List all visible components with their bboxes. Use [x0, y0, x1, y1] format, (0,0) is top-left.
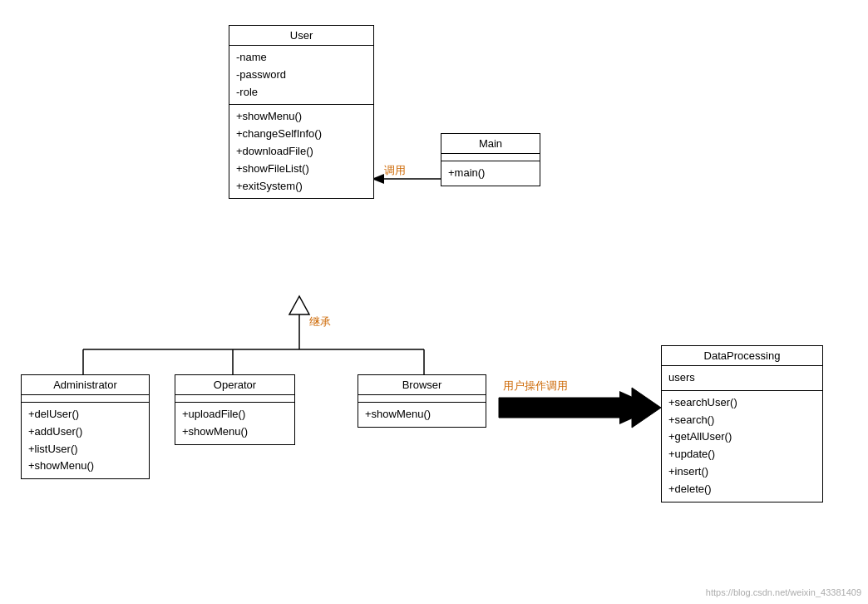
class-administrator-attributes: [22, 395, 149, 403]
class-administrator: Administrator +delUser() +addUser() +lis…: [21, 374, 150, 479]
class-main-methods: +main(): [441, 161, 540, 186]
svg-marker-5: [289, 296, 309, 314]
class-browser: Browser +showMenu(): [358, 374, 486, 428]
class-dataprocessing-title: DataProcessing: [662, 346, 822, 366]
class-browser-methods: +showMenu(): [358, 403, 486, 427]
label-user-op-invoke: 用户操作调用: [503, 379, 568, 394]
class-user: User -name -password -role +showMenu() +…: [229, 25, 374, 199]
class-browser-attributes: [358, 395, 486, 403]
class-dataprocessing-methods: +searchUser() +search() +getAllUser() +u…: [662, 391, 822, 502]
class-operator: Operator +uploadFile() +showMenu(): [175, 374, 295, 445]
class-dataprocessing-attributes: users: [662, 366, 822, 391]
class-user-methods: +showMenu() +changeSelfInfo() +downloadF…: [229, 105, 373, 198]
class-user-title: User: [229, 26, 373, 46]
invoke-arrow-svg: [0, 0, 868, 604]
svg-marker-11: [499, 388, 661, 428]
class-user-attributes: -name -password -role: [229, 46, 373, 105]
label-inherit: 继承: [309, 314, 331, 329]
class-operator-methods: +uploadFile() +showMenu(): [175, 403, 294, 444]
label-invoke: 调用: [384, 163, 406, 178]
class-operator-title: Operator: [175, 375, 294, 395]
class-administrator-title: Administrator: [22, 375, 149, 395]
watermark: https://blog.csdn.net/weixin_43381409: [706, 587, 861, 597]
diagram-container: User -name -password -role +showMenu() +…: [0, 0, 868, 604]
class-main: Main +main(): [441, 133, 540, 186]
class-operator-attributes: [175, 395, 294, 403]
class-administrator-methods: +delUser() +addUser() +listUser() +showM…: [22, 403, 149, 478]
class-browser-title: Browser: [358, 375, 486, 395]
connections-svg: [0, 0, 868, 604]
class-main-attributes: [441, 154, 540, 161]
class-dataprocessing: DataProcessing users +searchUser() +sear…: [661, 345, 823, 503]
class-main-title: Main: [441, 134, 540, 154]
